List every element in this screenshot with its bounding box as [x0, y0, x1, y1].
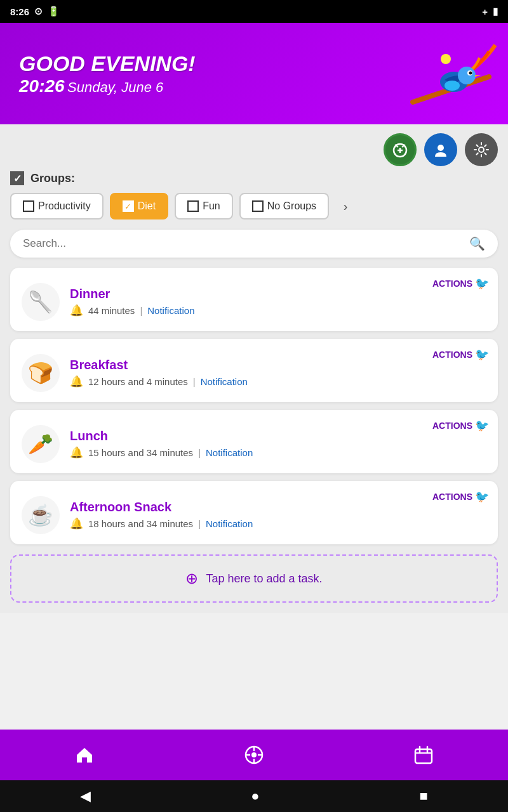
fun-label: Fun — [203, 200, 220, 212]
breakfast-notification-link[interactable]: Notification — [201, 376, 248, 387]
settings-button[interactable] — [465, 133, 498, 166]
svg-point-1 — [458, 67, 476, 84]
breakfast-sep: | — [193, 376, 196, 387]
nav-calendar[interactable] — [404, 736, 443, 774]
svg-point-9 — [438, 145, 444, 151]
task-card-breakfast: ACTIONS 🐦 🍞 Breakfast 🔔 12 hours and 4 m… — [10, 339, 498, 402]
groups-checkbox[interactable]: ✓ — [10, 171, 24, 185]
no-groups-label: No Groups — [267, 200, 316, 212]
group-tag-productivity[interactable]: Productivity — [10, 193, 104, 219]
task-card-dinner: ACTIONS 🐦 🥄 Dinner 🔔 44 minutes | Notifi… — [10, 268, 498, 331]
tasks-list: ACTIONS 🐦 🥄 Dinner 🔔 44 minutes | Notifi… — [0, 263, 508, 549]
dinner-notification-link[interactable]: Notification — [147, 305, 194, 316]
lunch-notification-link[interactable]: Notification — [206, 447, 253, 458]
breakfast-content: 🍞 Breakfast 🔔 12 hours and 4 minutes | N… — [22, 354, 486, 392]
snack-info: Afternoon Snack 🔔 18 hours and 34 minute… — [70, 500, 486, 530]
status-bar: 8:26 ⊙ 🔋 + ▮ — [0, 0, 508, 23]
dinner-time: 44 minutes — [88, 305, 135, 316]
productivity-label: Productivity — [38, 200, 91, 212]
android-recent-button[interactable]: ■ — [420, 788, 428, 804]
group-tags: Productivity ✓ Diet Fun No Groups › — [10, 193, 498, 219]
task-card-lunch: ACTIONS 🐦 🥕 Lunch 🔔 15 hours and 34 minu… — [10, 410, 498, 473]
add-task-label: Tap here to add a task. — [206, 572, 322, 586]
breakfast-actions-bird-icon: 🐦 — [475, 348, 489, 362]
dinner-bell-icon: 🔔 — [70, 304, 83, 317]
group-tag-fun[interactable]: Fun — [175, 193, 233, 219]
lunch-content: 🥕 Lunch 🔔 15 hours and 34 minutes | Noti… — [22, 425, 486, 463]
status-time: 8:26 ⊙ 🔋 — [10, 6, 60, 17]
productivity-checkbox — [23, 200, 34, 212]
bird-decoration — [400, 26, 502, 115]
dinner-sep: | — [140, 305, 142, 316]
dinner-info: Dinner 🔔 44 minutes | Notification — [70, 287, 486, 317]
lunch-meta: 🔔 15 hours and 34 minutes | Notification — [70, 446, 486, 459]
search-icon: 🔍 — [469, 236, 485, 251]
svg-point-5 — [441, 54, 451, 64]
snack-notification-link[interactable]: Notification — [206, 518, 253, 529]
groups-label-text: Groups: — [30, 172, 75, 185]
group-tag-no-groups[interactable]: No Groups — [239, 193, 329, 219]
dinner-actions-button[interactable]: ACTIONS 🐦 — [432, 277, 489, 291]
lunch-info: Lunch 🔔 15 hours and 34 minutes | Notifi… — [70, 429, 486, 459]
circle-icon: ⊙ — [34, 6, 43, 17]
dinner-content: 🥄 Dinner 🔔 44 minutes | Notification — [22, 283, 486, 321]
add-task-container: ⊕ Tap here to add a task. — [0, 549, 508, 613]
lunch-actions-button[interactable]: ACTIONS 🐦 — [432, 419, 489, 433]
plus-icon: + — [482, 6, 488, 17]
time-text: 20:26 — [19, 76, 65, 96]
user-button[interactable] — [424, 133, 457, 166]
snack-actions-label: ACTIONS — [432, 492, 472, 502]
breakfast-actions-button[interactable]: ACTIONS 🐦 — [432, 348, 489, 362]
search-input[interactable] — [23, 237, 469, 250]
add-task-button[interactable]: ⊕ Tap here to add a task. — [10, 554, 498, 603]
svg-point-4 — [444, 81, 460, 91]
snack-time: 18 hours and 34 minutes — [88, 518, 193, 529]
breakfast-meta: 🔔 12 hours and 4 minutes | Notification — [70, 375, 486, 388]
search-box: 🔍 — [10, 230, 498, 258]
add-alarm-button[interactable] — [384, 133, 417, 166]
android-nav: ◀ ● ■ — [0, 780, 508, 812]
snack-bell-icon: 🔔 — [70, 517, 83, 530]
nav-home[interactable] — [65, 736, 104, 774]
dinner-actions-bird-icon: 🐦 — [475, 277, 489, 291]
nav-apps[interactable] — [235, 736, 273, 774]
android-back-button[interactable]: ◀ — [80, 788, 91, 804]
signal-icon: ▮ — [493, 6, 498, 17]
breakfast-bell-icon: 🔔 — [70, 375, 83, 388]
snack-actions-bird-icon: 🐦 — [475, 490, 489, 504]
time-display: 8:26 — [10, 6, 29, 17]
lunch-icon: 🥕 — [22, 425, 60, 463]
svg-point-3 — [469, 72, 472, 75]
task-card-afternoon-snack: ACTIONS 🐦 ☕ Afternoon Snack 🔔 18 hours a… — [10, 481, 498, 544]
snack-sep: | — [198, 518, 201, 529]
lunch-actions-label: ACTIONS — [432, 421, 472, 431]
dinner-meta: 🔔 44 minutes | Notification — [70, 304, 486, 317]
snack-actions-button[interactable]: ACTIONS 🐦 — [432, 490, 489, 504]
lunch-bell-icon: 🔔 — [70, 446, 83, 459]
toolbar — [0, 124, 508, 171]
header: GOOD EVENING! 20:26 Sunday, June 6 — [0, 23, 508, 124]
snack-content: ☕ Afternoon Snack 🔔 18 hours and 34 minu… — [22, 496, 486, 534]
diet-checkbox: ✓ — [123, 200, 134, 212]
add-task-icon: ⊕ — [185, 570, 198, 587]
android-home-button[interactable]: ● — [251, 788, 259, 804]
svg-point-12 — [251, 752, 257, 757]
lunch-sep: | — [198, 447, 201, 458]
breakfast-time: 12 hours and 4 minutes — [88, 376, 188, 387]
groups-chevron[interactable]: › — [335, 196, 356, 216]
battery-icon: 🔋 — [48, 6, 60, 17]
snack-name: Afternoon Snack — [70, 500, 486, 514]
status-right: + ▮ — [482, 6, 498, 17]
fun-checkbox — [187, 200, 199, 212]
breakfast-icon: 🍞 — [22, 354, 60, 392]
search-container: 🔍 — [0, 225, 508, 263]
snack-icon: ☕ — [22, 496, 60, 534]
svg-rect-17 — [415, 749, 432, 763]
groups-label: ✓ Groups: — [10, 171, 498, 185]
svg-point-10 — [479, 147, 484, 152]
snack-meta: 🔔 18 hours and 34 minutes | Notification — [70, 517, 486, 530]
bottom-nav — [0, 730, 508, 780]
diet-label: Diet — [138, 200, 156, 212]
dinner-actions-label: ACTIONS — [432, 278, 472, 289]
group-tag-diet[interactable]: ✓ Diet — [110, 193, 168, 219]
